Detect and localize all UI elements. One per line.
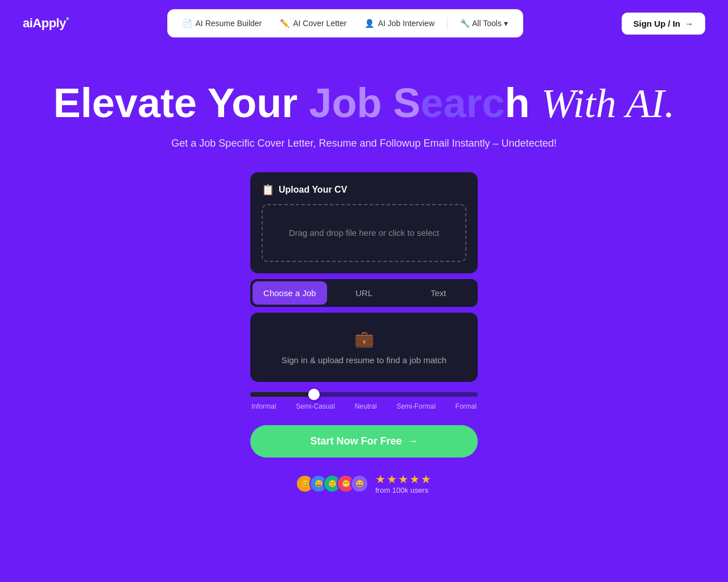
pencil-icon: ✏️ (280, 19, 289, 28)
upload-doc-icon: 📋 (262, 184, 274, 196)
tone-label-semi-formal: Semi-Formal (396, 402, 436, 410)
hero-title: Elevate Your Job Search With AI. (11, 81, 717, 126)
job-match-text: Sign in & upload resume to find a job ma… (262, 355, 466, 365)
star-rating: ★★★★★ (375, 472, 432, 486)
navigation: aiApply* 📄 AI Resume Builder ✏️ AI Cover… (0, 0, 728, 47)
hero-title-highlight-job: Job S (309, 80, 420, 126)
slider-labels: Informal Semi-Casual Neutral Semi-Formal… (250, 402, 478, 410)
hero-title-ai: With AI. (541, 81, 675, 126)
hero-subtitle: Get a Job Specific Cover Letter, Resume … (11, 138, 717, 149)
tab-switcher: Choose a Job URL Text (250, 279, 478, 307)
document-icon: 📄 (183, 19, 192, 28)
nav-pills: 📄 AI Resume Builder ✏️ AI Cover Letter 👤… (167, 9, 523, 38)
signup-button[interactable]: Sign Up / In → (622, 13, 706, 35)
tone-label-informal: Informal (251, 402, 276, 410)
wrench-icon: 🔧 (460, 19, 470, 28)
chevron-down-icon: ▾ (504, 19, 508, 28)
upload-title: 📋 Upload Your CV (262, 184, 466, 196)
hero-title-highlight-earch: earc (420, 80, 504, 126)
hero-section: Elevate Your Job Search With AI. Get a J… (0, 47, 728, 512)
users-count: from 100k users (375, 486, 428, 494)
tone-label-neutral: Neutral (355, 402, 377, 410)
briefcase-icon: 💼 (262, 330, 466, 348)
cta-arrow-icon: → (408, 435, 418, 447)
avatar: 😀 (350, 475, 369, 493)
upload-dropzone[interactable]: Drag and drop file here or click to sele… (262, 204, 466, 262)
tone-label-formal: Formal (456, 402, 477, 410)
nav-all-tools[interactable]: 🔧 All Tools ▾ (452, 14, 516, 32)
cta-button[interactable]: Start Now For Free → (250, 425, 478, 458)
tab-text[interactable]: Text (401, 281, 475, 305)
dropzone-text: Drag and drop file here or click to sele… (289, 228, 439, 238)
tone-label-semi-casual: Semi-Casual (296, 402, 335, 410)
tab-choose-job[interactable]: Choose a Job (253, 281, 327, 305)
tone-slider-section: Informal Semi-Casual Neutral Semi-Formal… (250, 388, 478, 415)
arrow-right-icon: → (685, 19, 693, 28)
logo[interactable]: aiApply* (23, 15, 69, 31)
nav-divider (447, 18, 448, 29)
social-text: ★★★★★ from 100k users (375, 472, 432, 494)
job-match-section: 💼 Sign in & upload resume to find a job … (250, 313, 478, 382)
nav-resume-builder[interactable]: 📄 AI Resume Builder (175, 14, 270, 32)
avatar-group: 😊 😄 🙂 😁 😀 (296, 475, 369, 493)
upload-cv-section: 📋 Upload Your CV Drag and drop file here… (250, 172, 478, 273)
social-proof: 😊 😄 🙂 😁 😀 ★★★★★ from 100k users (250, 472, 478, 494)
hero-title-part1: Elevate Your (53, 80, 309, 126)
person-icon: 👤 (365, 19, 374, 28)
nav-cover-letter[interactable]: ✏️ AI Cover Letter (272, 14, 354, 32)
slider-thumb[interactable] (308, 389, 320, 400)
slider-fill (250, 392, 314, 397)
tab-url[interactable]: URL (327, 281, 402, 305)
main-card: 📋 Upload Your CV Drag and drop file here… (250, 172, 478, 494)
hero-title-h: h (505, 80, 530, 126)
nav-job-interview[interactable]: 👤 AI Job Interview (357, 14, 442, 32)
slider-track[interactable] (250, 392, 478, 397)
